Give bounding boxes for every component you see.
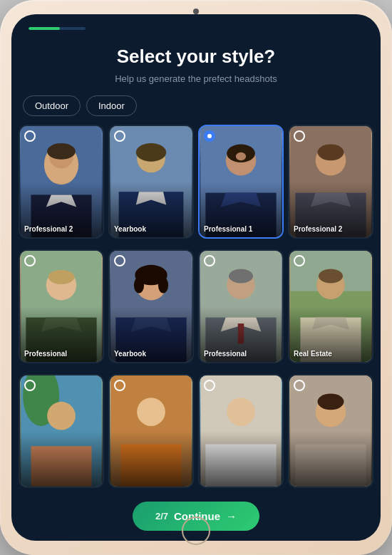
step-label: 2/7 xyxy=(155,511,168,522)
card-woman-smiling[interactable] xyxy=(288,374,373,488)
progress-fill xyxy=(29,27,60,30)
continue-label: Continue xyxy=(174,510,220,522)
filter-tab-indoor[interactable]: Indoor xyxy=(86,95,137,116)
card-radio xyxy=(204,380,215,391)
card-overlay xyxy=(289,251,372,362)
filter-tab-outdoor[interactable]: Outdoor xyxy=(23,95,81,116)
card-radio xyxy=(294,380,305,391)
card-radio xyxy=(24,130,36,142)
card-label: Professional xyxy=(204,350,247,358)
card-radio xyxy=(114,130,125,142)
bottom-bar: 2/7 Continue → xyxy=(11,494,381,541)
card-label: Real Estate xyxy=(294,350,332,358)
card-radio-selected xyxy=(204,130,215,142)
card-professional1-woman[interactable]: Professional 1 xyxy=(198,125,284,239)
card-professional2-woman[interactable]: Professional 2 xyxy=(288,125,373,239)
photo-grid: Professional 2 Yearbook xyxy=(11,125,381,494)
card-radio xyxy=(204,255,215,266)
card-professional2-man[interactable]: Professional 2 xyxy=(19,125,104,239)
card-overlay xyxy=(20,251,103,362)
card-overlay xyxy=(110,251,192,362)
card-yearbook-2[interactable]: Yearbook xyxy=(108,249,194,363)
card-radio xyxy=(294,255,305,266)
card-label: Yearbook xyxy=(114,225,146,233)
card-tropical[interactable] xyxy=(19,374,104,488)
card-overlay xyxy=(200,375,282,487)
card-yearbook-1[interactable]: Yearbook xyxy=(108,125,194,239)
card-label: Professional xyxy=(24,350,67,358)
filter-tabs: Outdoor Indoor xyxy=(11,95,381,125)
progress-bar xyxy=(29,27,86,30)
card-professional-man-gray[interactable]: Professional xyxy=(198,249,284,363)
card-radio xyxy=(294,130,305,142)
card-overlay xyxy=(200,251,282,362)
card-radio xyxy=(114,380,125,391)
screen: Select your style? Help us generate the … xyxy=(11,14,381,541)
card-label: Yearbook xyxy=(114,350,146,358)
card-overlay xyxy=(289,375,372,487)
card-overlay xyxy=(110,126,192,237)
card-overlay xyxy=(20,126,103,237)
card-professional-woman-light[interactable]: Professional xyxy=(19,249,104,363)
card-real-estate[interactable]: Real Estate xyxy=(288,249,373,363)
page-title: Select your style? xyxy=(29,46,363,68)
arrow-icon: → xyxy=(226,510,237,522)
card-overlay xyxy=(110,375,192,487)
card-orange[interactable] xyxy=(108,374,194,488)
tablet-frame: Select your style? Help us generate the … xyxy=(0,0,392,555)
card-label: Professional 1 xyxy=(204,225,252,233)
card-radio xyxy=(24,380,36,391)
card-label: Professional 2 xyxy=(294,225,342,233)
card-overlay xyxy=(289,126,372,237)
card-radio xyxy=(114,255,125,266)
card-overlay xyxy=(20,375,103,487)
card-overlay xyxy=(200,126,282,237)
card-light-bg[interactable] xyxy=(198,374,284,488)
card-label: Professional 2 xyxy=(24,225,73,233)
card-radio xyxy=(24,255,36,266)
page-subtitle: Help us generate the prefect headshots xyxy=(29,73,363,84)
continue-button[interactable]: 2/7 Continue → xyxy=(133,502,259,531)
